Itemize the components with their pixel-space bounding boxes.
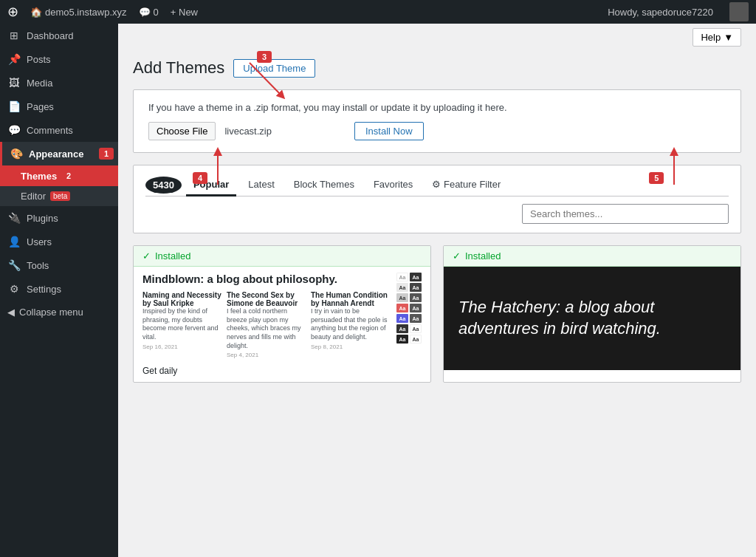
mindblown-books: Naming and Necessity by Saul Kripke Insp… bbox=[142, 291, 391, 360]
sidebar-item-settings[interactable]: ⚙ Settings bbox=[0, 277, 118, 301]
swatch-4a: Aa bbox=[396, 304, 408, 312]
swatch-3a: Aa bbox=[396, 293, 408, 302]
swatch-4b: Aa bbox=[410, 304, 422, 312]
file-name-display: livecast.zip bbox=[224, 126, 272, 137]
new-link[interactable]: + New bbox=[171, 7, 198, 18]
swatch-6b: Aa bbox=[410, 324, 422, 333]
color-swatches: Aa Aa Aa Aa Aa Aa Aa Aa bbox=[396, 273, 422, 376]
wp-logo-icon: ⊕ bbox=[7, 4, 18, 20]
help-arrow-icon: ▼ bbox=[724, 32, 733, 43]
collapse-icon: ◀ bbox=[7, 307, 15, 318]
comments-nav-icon: 💬 bbox=[7, 124, 21, 136]
collapse-menu-item[interactable]: ◀ Collapse menu bbox=[0, 301, 118, 324]
sidebar-item-plugins[interactable]: 🔌 Plugins bbox=[0, 206, 118, 230]
howdy-label: Howdy, sapedoruce7220 bbox=[608, 7, 713, 18]
svg-line-0 bbox=[250, 63, 282, 96]
settings-icon: ⚙ bbox=[7, 283, 21, 295]
editor-beta-badge: beta bbox=[50, 191, 70, 201]
dashboard-icon: ⊞ bbox=[7, 30, 21, 41]
sidebar-item-users[interactable]: 👤 Users bbox=[0, 230, 118, 253]
upload-zone: If you have a theme in a .zip format, yo… bbox=[133, 89, 741, 153]
swatch-1a: Aa bbox=[396, 273, 408, 281]
swatch-7b: Aa bbox=[410, 335, 422, 344]
hatchery-installed-badge: ✓ Installed bbox=[444, 246, 740, 267]
sidebar-item-editor[interactable]: Editor beta bbox=[0, 186, 118, 206]
help-button[interactable]: Help ▼ bbox=[693, 28, 741, 47]
themes-annotation: 2 bbox=[61, 170, 76, 182]
comments-icon: 💬 bbox=[139, 7, 151, 18]
install-now-button[interactable]: Install Now bbox=[354, 122, 424, 140]
swatch-6a: Aa bbox=[396, 324, 408, 333]
appearance-icon: 🎨 bbox=[10, 148, 23, 160]
posts-icon: 📌 bbox=[7, 53, 21, 65]
theme-card-mindblown: ✓ Installed Mindblown: a blog about phil… bbox=[133, 245, 431, 383]
mindblown-installed-badge: ✓ Installed bbox=[134, 246, 430, 267]
mindblown-title: Mindblown: a blog about philosophy. bbox=[142, 273, 391, 285]
annotation-4: 4 bbox=[193, 172, 207, 184]
tab-feature-filter[interactable]: ⚙ Feature Filter bbox=[425, 174, 508, 197]
sidebar-item-appearance[interactable]: 🎨 Appearance 1 bbox=[0, 142, 118, 165]
sidebar-item-themes[interactable]: Themes 2 bbox=[0, 165, 118, 186]
sidebar-item-posts[interactable]: 📌 Posts bbox=[0, 47, 118, 71]
site-name[interactable]: 🏠 demo5.instawp.xyz bbox=[30, 7, 127, 18]
themes-count: 5430 bbox=[145, 177, 182, 194]
upload-form: Choose File livecast.zip Install Now 4 bbox=[148, 122, 726, 140]
tab-block-themes[interactable]: Block Themes bbox=[286, 174, 362, 197]
sidebar-item-pages[interactable]: 📄 Pages bbox=[0, 95, 118, 118]
tools-icon: 🔧 bbox=[7, 259, 21, 271]
appearance-annotation: 1 bbox=[99, 148, 114, 160]
search-themes-input[interactable] bbox=[522, 204, 729, 224]
hatchery-title: The Hatchery: a blog about adventures in… bbox=[458, 297, 726, 339]
users-icon: 👤 bbox=[7, 236, 21, 247]
swatch-2b: Aa bbox=[410, 283, 422, 292]
book-1: Naming and Necessity by Saul Kripke Insp… bbox=[142, 291, 222, 360]
page-title: Add Themes bbox=[133, 58, 224, 78]
sidebar-item-tools[interactable]: 🔧 Tools bbox=[0, 253, 118, 277]
sidebar-item-dashboard[interactable]: ⊞ Dashboard bbox=[0, 24, 118, 47]
hatchery-preview: The Hatchery: a blog about adventures in… bbox=[444, 267, 740, 370]
sidebar-item-media[interactable]: 🖼 Media bbox=[0, 71, 118, 95]
book-2: The Second Sex by Simone de Beauvoir I f… bbox=[227, 291, 306, 360]
swatch-2a: Aa bbox=[396, 283, 408, 292]
mindblown-bottom-text: Get daily bbox=[142, 366, 391, 376]
check-icon-hatchery: ✓ bbox=[453, 250, 461, 262]
theme-card-hatchery: ✓ Installed The Hatchery: a blog about a… bbox=[443, 245, 741, 383]
annotation-5: 5 bbox=[649, 172, 664, 184]
swatch-7a: Aa bbox=[396, 335, 408, 344]
site-icon: 🏠 bbox=[30, 7, 42, 18]
plugins-icon: 🔌 bbox=[7, 212, 21, 224]
tab-favorites[interactable]: Favorites bbox=[366, 174, 420, 197]
swatch-3b: Aa bbox=[410, 293, 422, 302]
book-3: The Human Condition by Hannah Arendt I t… bbox=[311, 291, 391, 360]
tabs-header: 5430 Popular Latest Block Themes Favorit… bbox=[145, 165, 729, 197]
comments-link[interactable]: 💬 0 bbox=[139, 7, 159, 18]
user-avatar bbox=[729, 2, 749, 21]
annotation-3: 3 bbox=[257, 51, 272, 63]
page-header: Add Themes Upload Theme bbox=[133, 58, 741, 78]
themes-search-area bbox=[145, 197, 729, 233]
themes-grid: ✓ Installed Mindblown: a blog about phil… bbox=[133, 245, 741, 383]
tab-latest[interactable]: Latest bbox=[241, 174, 281, 197]
swatch-5b: Aa bbox=[410, 314, 422, 323]
choose-file-button[interactable]: Choose File bbox=[148, 122, 216, 140]
check-icon: ✓ bbox=[142, 250, 151, 262]
gear-icon: ⚙ bbox=[432, 179, 441, 190]
media-icon: 🖼 bbox=[7, 77, 21, 89]
mindblown-content: Mindblown: a blog about philosophy. Nami… bbox=[134, 267, 430, 382]
upload-description: If you have a theme in a .zip format, yo… bbox=[148, 102, 726, 113]
sidebar-item-comments[interactable]: 💬 Comments bbox=[0, 118, 118, 142]
swatch-1b: Aa bbox=[410, 273, 422, 281]
swatch-5a: Aa bbox=[396, 314, 408, 323]
pages-icon: 📄 bbox=[7, 100, 21, 112]
